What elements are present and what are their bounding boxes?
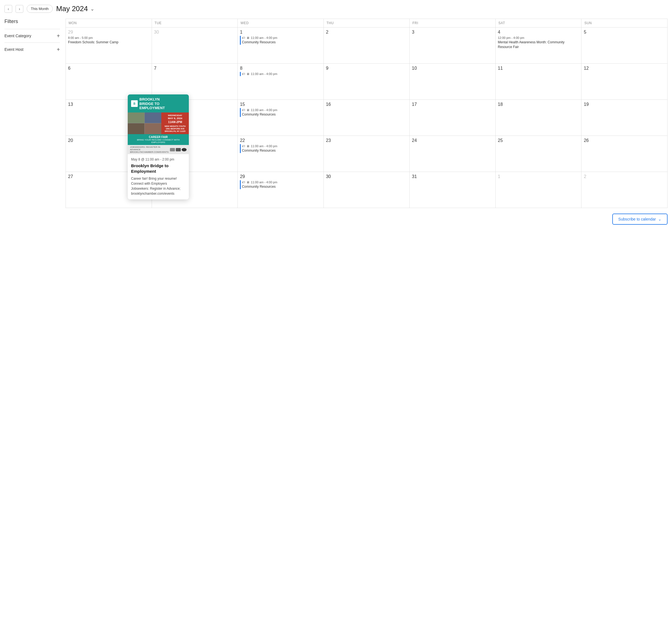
calendar-cell[interactable]: 24 [410,136,496,172]
subscribe-area: Subscribe to calendar ⌄ [66,214,668,225]
flyer-career-section: CAREER FAIR BRING YOUR RESUME! CONNECT W… [128,134,189,145]
calendar-cell[interactable]: 19 [582,100,668,136]
event-item-community[interactable]: 🏷 🖥 11:00 am - 4:00 pm Community Resourc… [240,144,321,153]
calendar-cell[interactable]: 9 [324,64,410,100]
day-number: 8 [240,66,321,71]
day-number: 30 [326,174,407,179]
subscribe-label: Subscribe to calendar [618,217,656,221]
flyer-date-section: WEDNESDAY MAY 8, 2024 11AM-2PM NEW HEIGH… [161,113,189,134]
day-number: 12 [584,66,665,71]
day-header-wed: WED [238,19,324,28]
calendar-cell[interactable]: 11 [496,64,582,100]
calendar-cell[interactable]: 2 [324,28,410,64]
day-number: 11 [498,66,579,71]
calendar-cell-may8[interactable]: 8 🏷 🖥 11:00 am - 4:00 pm [238,64,324,100]
event-item-community[interactable]: 🏷 🖥 11:00 am - 4:00 pm Community Resourc… [240,108,321,117]
filters-title: Filters [4,18,60,25]
event-item-community[interactable]: 🏷 🖥 11:00 am - 4:00 pm Community Resourc… [240,36,321,45]
day-number: 30 [154,30,236,35]
day-header-thu: THU [324,19,410,28]
flyer-photo-3 [128,123,144,134]
day-header-sat: SAT [496,19,582,28]
day-number: 2 [326,30,407,35]
flyer-photos [128,113,161,134]
calendar-cell[interactable]: 3 [410,28,496,64]
popup-content: May 8 @ 11:00 am - 2:00 pm Brooklyn Brid… [128,154,189,199]
month-title[interactable]: May 2024 ⌄ [56,4,94,13]
day-number: 7 [154,66,236,71]
day-number: 4 [498,30,579,35]
day-header-mon: MON [66,19,152,28]
calendar-cell[interactable]: 17 [410,100,496,136]
calendar-cell[interactable]: 2 [582,172,668,208]
calendar-cell[interactable]: 31 [410,172,496,208]
calendar-cell-may4[interactable]: 4 12:00 pm - 4:00 pm Mental Health Aware… [496,28,582,64]
day-headers: MON TUE WED THU FRI SAT SUN [66,18,668,28]
event-popup: B BROOKLYN BRIDGE TO EMPLOYMENT [128,94,189,199]
flyer-partner-logos [170,148,186,151]
day-number: 29 [68,30,150,35]
subscribe-button[interactable]: Subscribe to calendar ⌄ [612,214,668,225]
calendar-cell[interactable]: 26 [582,136,668,172]
partner-logo-1 [170,148,175,151]
day-number: 15 [240,102,321,107]
flyer-date-text: WEDNESDAY MAY 8, 2024 11AM-2PM NEW HEIGH… [163,114,187,132]
calendar-cell[interactable]: 30 [152,28,238,64]
day-header-fri: FRI [410,19,496,28]
this-month-button[interactable]: This Month [27,5,53,13]
community-icon: 🏷 [242,72,245,76]
day-number: 17 [412,102,493,107]
day-number: 22 [240,138,321,143]
day-number: 16 [326,102,407,107]
prev-button[interactable]: ‹ [4,5,12,13]
day-number: 5 [584,30,665,35]
next-button[interactable]: › [15,5,23,13]
event-host-label: Event Host [4,47,23,52]
calendar-cell-may15[interactable]: 15 🏷 🖥 11:00 am - 4:00 pm Community Reso… [238,100,324,136]
day-number: 19 [584,102,665,107]
calendar-cell[interactable]: 18 [496,100,582,136]
flyer-title: BROOKLYN BRIDGE TO EMPLOYMENT [139,97,165,110]
day-number: 2 [584,174,665,179]
calendar-cell-may1[interactable]: 1 🏷 🖥 11:00 am - 4:00 pm Community Resou… [238,28,324,64]
calendar-header: ‹ › This Month May 2024 ⌄ [4,4,668,13]
day-number: 1 [498,174,579,179]
calendar-cell[interactable]: 25 [496,136,582,172]
day-number: 6 [68,66,150,71]
calendar-cell-may22[interactable]: 22 🏷 🖥 11:00 am - 4:00 pm Community Reso… [238,136,324,172]
community-icon: 🏷 [242,108,245,112]
day-number: 29 [240,174,321,179]
event-host-filter[interactable]: Event Host + [4,42,60,56]
event-category-label: Event Category [4,34,31,38]
video-icon: 🖥 [246,180,249,184]
calendar-cell[interactable]: 23 [324,136,410,172]
day-number: 24 [412,138,493,143]
flyer-photo-2 [145,113,161,123]
day-number: 23 [326,138,407,143]
event-item[interactable]: 12:00 pm - 4:00 pm Mental Health Awarene… [498,36,579,49]
day-number: 3 [412,30,493,35]
popup-event-title: Brooklyn Bridge to Employment [131,163,185,174]
video-icon: 🖥 [246,72,249,76]
event-item[interactable]: 8:00 am - 5:00 pm Freedom Schools: Summe… [68,36,150,45]
calendar-cell[interactable]: 5 [582,28,668,64]
flyer-footer-text: JOBSEEKERS: REGISTER IN ADVANCE BROOKLYN… [130,146,170,153]
event-host-expand-icon: + [57,47,60,52]
popup-event-description: Career fair! Bring your resume! Connect … [131,176,185,196]
day-number: 25 [498,138,579,143]
day-number: 1 [240,30,321,35]
calendar-cell[interactable]: 16 [324,100,410,136]
day-number: 18 [498,102,579,107]
calendar-cell[interactable]: 10 [410,64,496,100]
event-category-filter[interactable]: Event Category + [4,29,60,42]
calendar-cell[interactable]: 1 [496,172,582,208]
flyer-photo-1 [128,113,144,123]
event-item-brooklyn-bridge[interactable]: 🏷 🖥 11:00 am - 4:00 pm [240,72,321,76]
calendar-cell[interactable]: 12 [582,64,668,100]
calendar-cell[interactable]: 30 [324,172,410,208]
flyer-photo-4 [145,123,161,134]
calendar-cell-may29[interactable]: 29 🏷 🖥 11:00 am - 4:00 pm Community Reso… [238,172,324,208]
event-item-community[interactable]: 🏷 🖥 11:00 am - 4:00 pm Community Resourc… [240,180,321,189]
calendar-cell[interactable]: 29 8:00 am - 5:00 pm Freedom Schools: Su… [66,28,152,64]
partner-logo-3 [181,148,186,151]
